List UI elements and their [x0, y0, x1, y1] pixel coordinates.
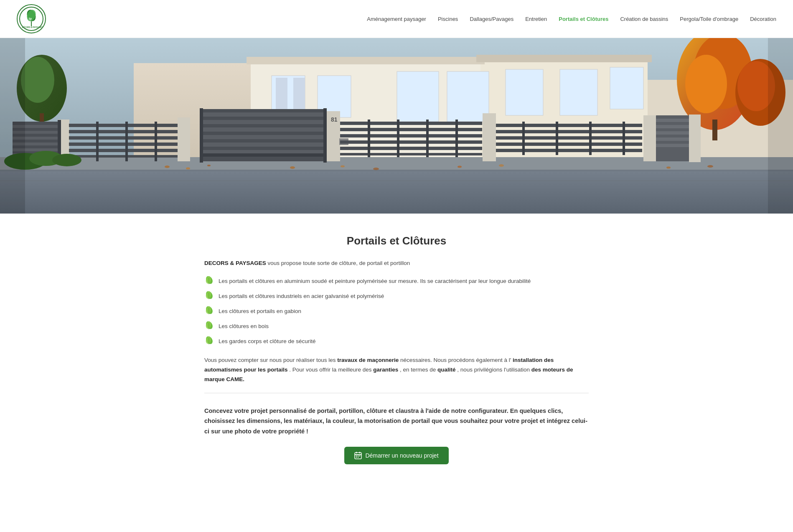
- svg-rect-81: [496, 136, 642, 140]
- svg-rect-94: [656, 144, 689, 147]
- svg-rect-55: [178, 117, 190, 161]
- svg-rect-17: [397, 71, 439, 122]
- nav-item-création-de-bassins[interactable]: Création de bassins: [620, 16, 668, 22]
- svg-point-41: [458, 166, 462, 168]
- svg-point-107: [52, 154, 81, 166]
- svg-rect-129: [356, 456, 357, 456]
- cta-text-content: Concevez votre projet personnalisé de po…: [204, 407, 587, 435]
- svg-rect-93: [656, 137, 689, 141]
- svg-point-36: [186, 168, 190, 170]
- logo[interactable]: lp DÉCORS & PAYSAGES: [17, 4, 46, 33]
- svg-point-39: [341, 165, 345, 168]
- calendar-icon: [354, 452, 362, 459]
- svg-rect-108: [0, 38, 25, 214]
- svg-rect-133: [358, 457, 358, 458]
- main-content: Portails et Clôtures DECORS & PAYSAGES v…: [196, 214, 597, 489]
- svg-rect-87: [623, 122, 625, 155]
- svg-rect-85: [556, 122, 558, 155]
- svg-rect-95: [689, 115, 701, 162]
- svg-rect-33: [0, 170, 793, 171]
- main-nav: Aménagement paysagerPiscinesDallages/Pav…: [367, 16, 776, 22]
- svg-rect-21: [610, 67, 643, 109]
- site-header: lp DÉCORS & PAYSAGES Aménagement paysage…: [0, 0, 793, 38]
- page-title: Portails et Clôtures: [204, 234, 589, 247]
- leaf-icon: [204, 321, 214, 331]
- nav-item-portails-et-clôtures[interactable]: Portails et Clôtures: [559, 16, 608, 22]
- svg-rect-70: [340, 134, 482, 137]
- svg-rect-128: [359, 452, 360, 453]
- svg-rect-65: [323, 108, 327, 163]
- logo-icon: lp DÉCORS & PAYSAGES: [19, 6, 44, 31]
- svg-rect-127: [356, 452, 357, 453]
- svg-rect-46: [69, 124, 178, 127]
- svg-rect-131: [359, 456, 360, 456]
- svg-point-44: [707, 165, 713, 168]
- brand-name: DECORS & PAYSAGES: [204, 260, 266, 266]
- svg-point-43: [666, 167, 671, 169]
- svg-rect-74: [368, 120, 370, 157]
- leaf-icon: [204, 276, 214, 285]
- svg-rect-53: [125, 122, 128, 161]
- nav-item-décoration[interactable]: Décoration: [750, 16, 776, 22]
- nav-item-entretien[interactable]: Entretien: [525, 16, 547, 22]
- divider: [204, 393, 589, 393]
- svg-point-35: [165, 165, 170, 168]
- svg-rect-50: [69, 149, 178, 152]
- hero-image: 81: [0, 38, 793, 214]
- svg-rect-28: [712, 120, 717, 140]
- svg-text:lp: lp: [29, 17, 32, 20]
- svg-rect-80: [496, 130, 642, 133]
- svg-rect-69: [340, 128, 482, 131]
- svg-rect-132: [356, 457, 357, 458]
- feature-list: Les portails et clôtures en aluminium so…: [204, 276, 589, 346]
- svg-rect-48: [69, 136, 178, 140]
- feature-text-3: Les clôtures en bois: [219, 323, 269, 329]
- svg-point-37: [207, 165, 211, 166]
- hero-section: 81: [0, 38, 793, 214]
- intro-paragraph: DECORS & PAYSAGES vous propose toute sor…: [204, 260, 589, 266]
- nav-item-aménagement-paysager[interactable]: Aménagement paysager: [367, 16, 426, 22]
- feature-text-1: Les portails et clôtures industriels en …: [219, 293, 384, 299]
- nav-item-pergola/toile-d'ombrage[interactable]: Pergola/Toile d'ombrage: [680, 16, 738, 22]
- nav-item-piscines[interactable]: Piscines: [438, 16, 458, 22]
- start-project-button[interactable]: Démarrer un nouveau projet: [344, 447, 448, 464]
- svg-rect-71: [340, 140, 482, 144]
- svg-text:DÉCORS & PAYSAGES: DÉCORS & PAYSAGES: [22, 25, 43, 28]
- svg-rect-90: [656, 119, 689, 122]
- feature-text-0: Les portails et clôtures en aluminium so…: [219, 278, 531, 284]
- svg-rect-77: [455, 120, 458, 157]
- svg-point-27: [685, 55, 727, 113]
- intro-text-content: vous propose toute sorte de clôture, de …: [268, 260, 410, 266]
- svg-rect-82: [496, 143, 642, 146]
- svg-rect-63: [201, 153, 326, 157]
- svg-rect-130: [358, 456, 358, 456]
- svg-rect-52: [96, 122, 99, 161]
- cta-description: Concevez votre projet personnalisé de po…: [204, 406, 589, 437]
- svg-rect-86: [589, 122, 592, 155]
- svg-rect-73: [340, 153, 482, 155]
- body-text-3: . Pour vous offrir la meilleure des: [289, 367, 373, 373]
- feature-item-0: Les portails et clôtures en aluminium so…: [204, 276, 589, 285]
- leaf-icon: [204, 336, 214, 346]
- nav-item-dallages/pavages[interactable]: Dallages/Pavages: [470, 16, 513, 22]
- svg-rect-19: [506, 69, 543, 115]
- svg-rect-92: [656, 131, 689, 135]
- svg-rect-109: [768, 38, 793, 214]
- svg-rect-60: [201, 135, 326, 139]
- svg-rect-34: [0, 180, 793, 181]
- svg-rect-12: [476, 55, 652, 62]
- cta-button-label: Démarrer un nouveau projet: [365, 452, 438, 459]
- bold-qualite: qualité: [437, 367, 456, 373]
- feature-item-2: Les clôtures et portails en gabion: [204, 306, 589, 316]
- svg-rect-72: [340, 147, 482, 150]
- svg-rect-59: [201, 127, 326, 132]
- svg-point-40: [373, 168, 379, 170]
- feature-item-4: Les gardes corps et clôture de sécurité: [204, 336, 589, 346]
- leaf-icon: [204, 291, 214, 300]
- svg-rect-76: [426, 120, 429, 157]
- svg-rect-61: [201, 143, 326, 147]
- svg-rect-79: [496, 124, 642, 127]
- svg-rect-11: [247, 57, 485, 64]
- svg-point-23: [21, 57, 54, 103]
- leaf-icon: [204, 306, 214, 316]
